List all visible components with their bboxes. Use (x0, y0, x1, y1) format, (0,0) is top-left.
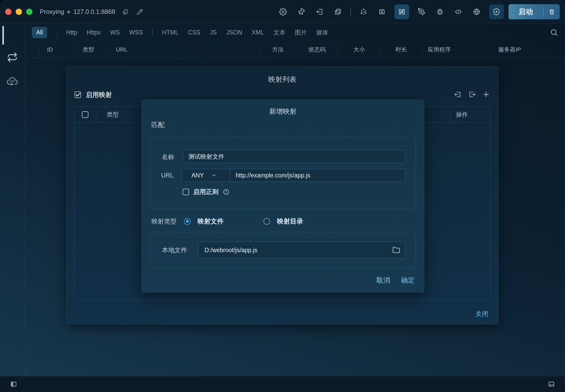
sidebar-active-indicator (2, 26, 4, 45)
app-title: Proxying (40, 8, 64, 15)
enable-mapping-row[interactable]: 启用映射 (75, 90, 112, 99)
api-cloud-icon[interactable]: API (6, 75, 18, 87)
header-server-ip[interactable]: 服务器IP (493, 41, 565, 58)
header-method[interactable]: 方法 (259, 41, 296, 58)
svg-text:NAT: NAT (362, 11, 366, 13)
tab-xml[interactable]: XML (252, 29, 264, 36)
add-mapping-icon[interactable] (482, 90, 490, 98)
regex-checkbox[interactable] (183, 189, 189, 195)
match-section-label: 匹配 (151, 120, 165, 129)
mapping-panel-title: 映射列表 (66, 75, 498, 84)
edit-address-icon[interactable] (137, 9, 143, 15)
panel-bottom-toggle-icon[interactable] (548, 381, 555, 388)
bug-icon[interactable] (434, 6, 446, 18)
bottom-bar (0, 376, 565, 392)
local-file-input[interactable] (198, 242, 388, 258)
launch-button-label: 启动 (508, 7, 543, 16)
tab-css[interactable]: CSS (188, 29, 200, 36)
tab-divider (56, 29, 57, 37)
tab-image[interactable]: 图片 (295, 28, 307, 37)
tab-all[interactable]: All (32, 27, 47, 38)
local-file-fieldset: 本地文件 (150, 232, 416, 269)
radio-map-file-label: 映射文件 (197, 217, 224, 226)
radio-map-directory-label: 映射目录 (277, 217, 303, 226)
header-type[interactable]: 类型 (77, 41, 111, 58)
browse-folder-icon[interactable] (388, 246, 405, 254)
device-mirror-icon[interactable] (376, 6, 388, 18)
radio-map-file[interactable]: 映射文件 (184, 217, 224, 226)
export-mappings-icon[interactable] (454, 90, 462, 98)
nat-icon[interactable]: NAT (358, 6, 369, 18)
import-mappings-icon[interactable] (468, 90, 476, 98)
pin-icon[interactable] (296, 6, 307, 18)
panel-left-toggle-icon[interactable] (10, 381, 17, 388)
toolbar: NAT (277, 4, 504, 19)
code-icon[interactable] (453, 6, 464, 18)
tab-js[interactable]: JS (210, 29, 217, 36)
launch-button[interactable]: 启动 (508, 4, 560, 19)
copy-address-icon[interactable] (122, 9, 129, 15)
name-label: 名称 (162, 153, 174, 161)
filter-tab-bar: All Http Https WS WSS HTML CSS JS JSON X… (25, 24, 565, 41)
mapping-header-action: 操作 (451, 107, 490, 122)
header-id[interactable]: ID (40, 41, 77, 58)
regex-info-icon[interactable] (223, 188, 230, 195)
left-sidebar: API (0, 24, 25, 376)
radio-map-directory[interactable]: 映射目录 (263, 217, 303, 226)
close-window-button[interactable] (5, 9, 12, 15)
clear-trash-icon[interactable] (544, 8, 560, 15)
enable-mapping-label: 启用映射 (86, 90, 112, 99)
enable-mapping-checkbox[interactable] (75, 91, 81, 98)
search-icon[interactable] (550, 28, 558, 37)
mapping-type-label: 映射类型 (151, 217, 177, 226)
windows-icon[interactable] (332, 6, 344, 18)
shield-plus-icon[interactable] (489, 4, 504, 19)
minimize-window-button[interactable] (16, 9, 22, 15)
method-select-value: ANY (191, 172, 204, 179)
tab-media[interactable]: 媒体 (316, 28, 328, 37)
header-expand-col (25, 41, 40, 58)
tab-wss[interactable]: WSS (129, 29, 143, 36)
mapping-icon[interactable] (394, 4, 409, 19)
header-size[interactable]: 大小 (338, 41, 381, 58)
url-label: URL (161, 172, 174, 179)
regex-label: 启用正则 (193, 188, 218, 196)
local-file-control (198, 242, 405, 258)
traffic-lights (5, 9, 32, 15)
url-control: ANY (182, 169, 405, 182)
request-table-header: ID 类型 URL 方法 状态码 大小 时长 应用程序 服务器IP (25, 41, 565, 58)
ok-button[interactable]: 确定 (401, 276, 415, 285)
maximize-window-button[interactable] (26, 9, 32, 15)
tab-http[interactable]: Http (66, 29, 77, 36)
method-select[interactable]: ANY (182, 169, 230, 182)
mapping-panel-toolbar (454, 90, 490, 98)
tab-html[interactable]: HTML (162, 29, 179, 36)
tab-json[interactable]: JSON (226, 29, 242, 36)
regex-row: 启用正则 (183, 188, 230, 196)
tab-ws[interactable]: WS (110, 29, 120, 36)
header-duration[interactable]: 时长 (381, 41, 422, 58)
header-url[interactable]: URL (111, 41, 259, 58)
script-pen-icon[interactable] (416, 6, 427, 18)
repeat-requests-icon[interactable] (7, 52, 18, 63)
title-bar: Proxying 127.0.0.1:8868 (0, 0, 565, 24)
name-input[interactable] (183, 150, 405, 163)
svg-text:API: API (10, 80, 15, 83)
select-all-checkbox[interactable] (82, 111, 88, 118)
radio-map-directory-control[interactable] (263, 218, 270, 225)
dialog-title: 新增映射 (142, 107, 424, 116)
app-window: Proxying 127.0.0.1:8868 (0, 0, 565, 392)
match-fieldset: 名称 URL ANY 启用正则 (150, 137, 416, 208)
url-input[interactable] (230, 169, 405, 182)
cancel-button[interactable]: 取消 (376, 276, 390, 285)
header-status[interactable]: 状态码 (296, 41, 338, 58)
tab-https[interactable]: Https (87, 29, 101, 36)
settings-icon[interactable] (277, 6, 289, 18)
import-session-icon[interactable] (314, 6, 325, 18)
radio-map-file-control[interactable] (184, 218, 191, 225)
tab-text[interactable]: 文本 (273, 28, 285, 37)
header-app[interactable]: 应用程序 (422, 41, 493, 58)
globe-icon[interactable] (471, 6, 482, 18)
status-dot (67, 10, 70, 13)
close-panel-link[interactable]: 关闭 (475, 310, 488, 318)
